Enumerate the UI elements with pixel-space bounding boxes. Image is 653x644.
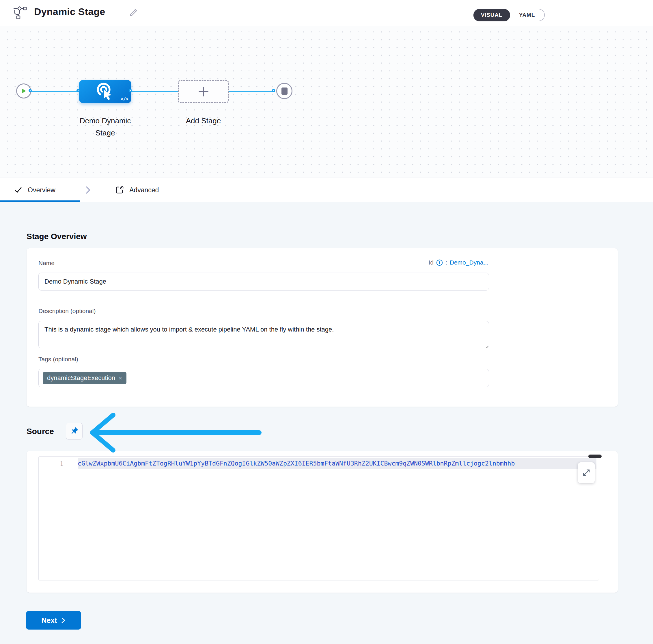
stage-node-label[interactable]: Demo Dynamic Stage [73, 115, 138, 139]
visual-yaml-toggle: VISUAL YAML [474, 9, 545, 21]
pipeline-end-node[interactable] [276, 83, 292, 99]
edge-stage-to-add [131, 91, 178, 92]
tags-input[interactable]: dynamicStageExecution × [39, 369, 489, 387]
source-code-line[interactable]: cGlwZWxpbmU6CiAgbmFtZTogRHluYW1pYyBTdGFn… [78, 458, 597, 469]
annotation-arrow-icon [87, 412, 266, 453]
port-end[interactable] [272, 89, 275, 92]
pipeline-canvas: </> Demo Dynamic Stage Add Stage [0, 26, 653, 177]
expand-editor-button[interactable] [578, 462, 595, 483]
source-heading: Source [27, 427, 54, 436]
stop-icon [282, 88, 288, 95]
plus-icon [197, 86, 210, 98]
stage-id-line: Id : Demo_Dyna... [429, 259, 488, 266]
edge-add-to-end [229, 91, 275, 92]
pushpin-icon [70, 427, 78, 435]
id-colon: : [445, 259, 447, 266]
port-stage-in[interactable] [76, 89, 80, 92]
tab-advanced[interactable]: Advanced [115, 178, 159, 202]
tab-overview[interactable]: Overview [14, 178, 55, 202]
play-icon [21, 88, 27, 94]
next-chevron-icon [61, 617, 66, 623]
stage-node-demo-dynamic-stage[interactable]: </> [79, 80, 131, 103]
next-button-label: Next [41, 616, 57, 625]
stage-config-screen: Dynamic Stage VISUAL YAML </> [0, 0, 653, 644]
description-label: Description (optional) [39, 308, 96, 314]
code-badge: </> [121, 96, 128, 102]
stage-overview-card: Name Id : Demo_Dyna... Description (opti… [27, 248, 618, 407]
advanced-gear-box-icon [115, 185, 124, 195]
add-stage-label[interactable]: Add Stage [177, 115, 229, 127]
add-stage-node[interactable] [178, 80, 229, 103]
stage-overview-heading: Stage Overview [27, 232, 87, 241]
port-stage-out[interactable] [129, 89, 132, 92]
source-code-editor[interactable]: 1 cGlwZWxpbmU6CiAgbmFtZTogRHluYW1pYyBTdG… [39, 456, 599, 580]
tags-label: Tags (optional) [39, 356, 78, 363]
info-icon[interactable] [436, 259, 443, 266]
tag-chip-dynamicStageExecution: dynamicStageExecution × [43, 372, 126, 384]
stage-id-value[interactable]: Demo_Dyna... [450, 259, 488, 266]
description-textarea[interactable]: This is a dynamic stage which allows you… [39, 321, 489, 348]
pipeline-icon [13, 6, 27, 20]
stage-tabbar: Overview Advanced [0, 177, 653, 202]
toggle-yaml[interactable]: YAML [510, 9, 545, 21]
line-number: 1 [53, 459, 64, 469]
tag-remove-icon[interactable]: × [119, 375, 122, 381]
pin-source-button[interactable] [66, 423, 82, 439]
editor-scrollbar-track [596, 457, 596, 580]
port-start[interactable] [29, 89, 32, 92]
toggle-visual[interactable]: VISUAL [474, 9, 510, 21]
name-input[interactable] [39, 272, 489, 290]
check-icon [14, 186, 23, 194]
edge-start-to-stage [31, 91, 80, 92]
tab-overview-label: Overview [28, 186, 55, 194]
edit-pencil-icon[interactable] [129, 7, 139, 17]
id-label: Id [429, 259, 434, 266]
chevron-right-icon [86, 186, 91, 194]
name-label: Name [39, 260, 54, 266]
dynamic-stage-click-icon [96, 82, 114, 100]
expand-icon [582, 469, 591, 477]
source-card: 1 cGlwZWxpbmU6CiAgbmFtZTogRHluYW1pYyBTdG… [27, 451, 618, 593]
next-button[interactable]: Next [26, 611, 81, 629]
editor-scrollbar-thumb[interactable] [588, 455, 602, 458]
tag-chip-label: dynamicStageExecution [47, 374, 115, 382]
header: Dynamic Stage VISUAL YAML [0, 0, 653, 26]
tab-advanced-label: Advanced [129, 186, 159, 194]
page-title: Dynamic Stage [34, 6, 105, 17]
active-tab-underline [0, 200, 80, 202]
